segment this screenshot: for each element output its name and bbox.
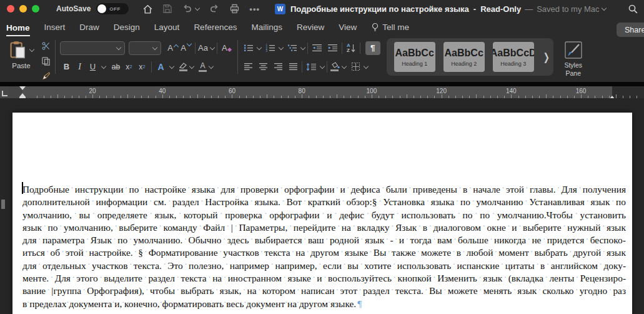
decrease-indent-button[interactable] — [312, 44, 322, 52]
minimize-window-button[interactable] — [19, 5, 27, 13]
multilevel-chevron[interactable] — [300, 44, 305, 49]
grow-font-button[interactable]: A — [166, 43, 179, 53]
gallery-more-chevron[interactable]: ❯ — [543, 51, 550, 63]
saved-status: Saved to my Mac — [537, 4, 599, 14]
numbering-button[interactable]: 1 2 3 — [265, 44, 275, 52]
search-button[interactable] — [628, 4, 638, 17]
style-heading3[interactable]: AaBbCcD Heading 3 — [493, 42, 534, 72]
font-size-combo[interactable] — [129, 41, 161, 55]
autosave-toggle[interactable]: OFF — [96, 3, 129, 14]
ribbon-tab-bar: Home Insert Draw Design Layout Reference… — [0, 18, 644, 36]
paste-button[interactable]: Paste — [5, 40, 37, 83]
shading-button[interactable] — [330, 62, 340, 71]
more-commands-button[interactable]: ••• — [249, 4, 260, 14]
align-center-button[interactable] — [259, 63, 268, 71]
home-quick-button[interactable] — [142, 4, 153, 14]
highlight-button[interactable] — [179, 62, 187, 71]
sort-button[interactable]: AZ — [347, 43, 355, 53]
clipboard-group: Paste — [5, 38, 51, 83]
document-page[interactable]: Подробные инструкции по настройке языка … — [12, 113, 632, 314]
text-line[interactable]: для параметра Язык по умолчанию. Обычно … — [22, 234, 626, 246]
style-heading1[interactable]: AaBbCc Heading 1 — [394, 42, 435, 72]
tab-review[interactable]: Review — [297, 23, 324, 36]
tell-me-label: Tell me — [382, 23, 409, 32]
italic-button[interactable]: I — [73, 62, 86, 72]
undo-button[interactable] — [182, 4, 199, 14]
text-effects-chevron[interactable] — [169, 63, 174, 68]
font-name-combo[interactable] — [60, 41, 125, 55]
first-line-indent-marker[interactable] — [19, 86, 26, 90]
undo-icon — [182, 4, 193, 14]
style-name: Heading 3 — [500, 61, 526, 67]
text-line[interactable]: в пределах документа и, конечно, формати… — [22, 298, 626, 310]
document-area: Подробные инструкции по настройке языка … — [0, 98, 644, 314]
text-line[interactable]: менте. Для этого выделите раздел текста … — [22, 272, 626, 285]
strikethrough-button[interactable]: ab — [109, 63, 122, 71]
decrease-indent-icon — [312, 44, 322, 52]
bold-button[interactable]: B — [60, 62, 73, 71]
tab-design[interactable]: Design — [114, 23, 140, 36]
align-left-button[interactable] — [244, 63, 253, 71]
multilevel-list-button[interactable] — [287, 44, 297, 52]
traffic-lights — [7, 5, 39, 13]
clear-formatting-button[interactable]: A — [220, 43, 233, 53]
tab-layout[interactable]: Layout — [154, 23, 180, 36]
close-window-button[interactable] — [7, 5, 14, 13]
saved-status-chevron[interactable] — [601, 6, 606, 11]
align-right-button[interactable] — [274, 63, 283, 71]
svg-text:3: 3 — [265, 49, 267, 52]
paint-bucket-icon — [330, 62, 340, 69]
borders-chevron[interactable] — [364, 63, 369, 68]
redo-button[interactable] — [209, 4, 220, 14]
underline-button[interactable]: U — [86, 62, 99, 71]
subscript-button[interactable]: x2 — [122, 63, 136, 71]
highlight-chevron[interactable] — [189, 63, 194, 68]
underline-chevron[interactable] — [101, 63, 106, 68]
text-effects-button[interactable]: A — [154, 62, 167, 72]
undo-dropdown-chevron[interactable] — [195, 6, 200, 11]
line-spacing-button[interactable] — [306, 63, 317, 71]
ruler-number: 40 — [156, 88, 169, 94]
tab-view[interactable]: View — [339, 23, 357, 36]
tab-tell-me[interactable]: Tell me — [371, 23, 409, 36]
save-button[interactable] — [162, 4, 172, 14]
borders-button[interactable] — [351, 62, 360, 71]
format-painter-button[interactable] — [41, 71, 51, 83]
bullets-chevron[interactable] — [257, 44, 262, 49]
ribbon-document-divider — [0, 82, 644, 86]
zoom-window-button[interactable] — [32, 5, 39, 13]
paste-label: Paste — [12, 62, 30, 69]
styles-pane-button[interactable]: Styles Pane — [560, 38, 587, 78]
tab-home[interactable]: Home — [6, 23, 30, 37]
font-color-chevron[interactable] — [209, 63, 214, 68]
print-button[interactable] — [229, 4, 240, 14]
ruler-number: 80 — [295, 88, 308, 94]
align-left-icon — [244, 63, 253, 71]
copy-button[interactable] — [41, 56, 51, 68]
paste-dropdown-chevron[interactable] — [29, 47, 34, 52]
tab-mailings[interactable]: Mailings — [251, 23, 282, 36]
group-divider — [237, 40, 238, 74]
change-case-button[interactable]: Aa — [198, 43, 214, 53]
tab-draw[interactable]: Draw — [79, 23, 99, 36]
justify-button[interactable] — [289, 63, 298, 71]
style-name: Heading 2 — [451, 61, 477, 67]
show-formatting-marks-button[interactable]: ¶ — [365, 41, 380, 55]
style-heading2[interactable]: AaBbCc Heading 2 — [443, 42, 485, 72]
shrink-font-button[interactable]: A — [179, 43, 192, 53]
cut-button[interactable] — [41, 41, 51, 53]
superscript-button[interactable]: x2 — [136, 63, 149, 71]
text-line[interactable]: иться об этой настройке. § Форматировани… — [22, 246, 626, 259]
text-line[interactable]: умолчанию, вы определяете язык, который … — [22, 209, 626, 221]
text-line[interactable]: Подробные инструкции по настройке языка … — [22, 183, 626, 196]
share-button[interactable]: Share — [617, 23, 644, 37]
font-color-button[interactable]: A — [199, 62, 207, 72]
numbering-chevron[interactable] — [279, 44, 284, 49]
justify-icon — [289, 63, 298, 71]
tab-insert[interactable]: Insert — [44, 23, 66, 36]
increase-indent-button[interactable] — [327, 44, 338, 52]
shading-chevron[interactable] — [342, 63, 347, 68]
line-spacing-chevron[interactable] — [320, 63, 325, 68]
tab-references[interactable]: References — [194, 23, 237, 36]
bullets-button[interactable] — [244, 44, 254, 52]
